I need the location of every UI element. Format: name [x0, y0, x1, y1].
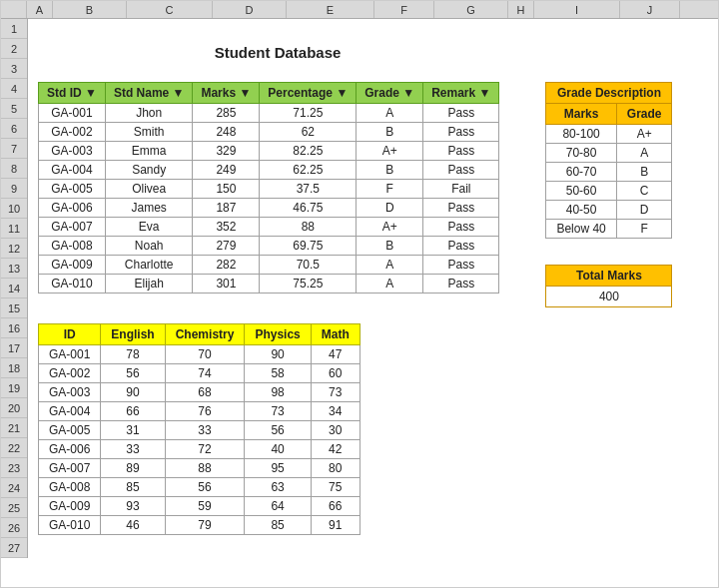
rn-15: 15	[1, 298, 27, 318]
student-cell-5-2: Olivea	[105, 180, 193, 199]
marks-cell-10-3: 79	[165, 516, 245, 535]
student-cell-8-2: Noah	[105, 237, 193, 256]
student-cell-3-6: Pass	[423, 142, 499, 161]
student-cell-8-1: GA-008	[39, 237, 106, 256]
col-header-h: H	[508, 1, 534, 18]
row-1-empty	[38, 22, 708, 42]
student-row-10: GA-010Elijah30175.25APass	[39, 275, 499, 294]
main-tables-row: Std ID ▼ Std Name ▼ Marks ▼ Percentage ▼…	[38, 82, 708, 307]
marks-th-math: Math	[311, 324, 360, 345]
marks-cell-8-1: GA-008	[39, 478, 101, 497]
student-cell-10-1: GA-010	[39, 275, 106, 294]
col-header-e: E	[287, 1, 374, 18]
rn-21: 21	[1, 418, 27, 438]
student-cell-10-3: 301	[193, 275, 260, 294]
marks-cell-2-5: 60	[311, 364, 360, 383]
total-marks-label: Total Marks	[546, 266, 671, 287]
row-2: Student Database	[38, 42, 708, 62]
content-area: Student Database Std ID ▼ Std Name ▼ Mar…	[28, 19, 718, 558]
col-header-j: J	[620, 1, 680, 18]
grade-desc-title: Grade Description	[546, 83, 672, 104]
grid-body: 1 2 3 4 5 6 7 8 9 10 11 12 13 14 15 16 1…	[1, 19, 718, 558]
grade-desc-grade-header: Grade	[616, 104, 672, 125]
marks-cell-1-5: 47	[311, 345, 360, 364]
marks-cell-4-5: 34	[311, 402, 360, 421]
student-cell-8-6: Pass	[423, 237, 499, 256]
marks-cell-5-1: GA-005	[39, 421, 101, 440]
rn-18: 18	[1, 358, 27, 378]
col-header-d: D	[213, 1, 287, 18]
marks-cell-9-2: 93	[101, 497, 165, 516]
total-marks-value: 400	[546, 287, 671, 306]
grade-desc-row-2: 70-80A	[546, 144, 672, 163]
student-row-7: GA-007Eva35288A+Pass	[39, 218, 499, 237]
marks-cell-1-2: 78	[101, 345, 165, 364]
student-cell-6-2: James	[105, 199, 193, 218]
student-cell-1-4: 71.25	[260, 104, 357, 123]
grade-desc-cell-5-1: 40-50	[546, 201, 616, 220]
student-cell-2-3: 248	[193, 123, 260, 142]
grade-desc-row-6: Below 40F	[546, 220, 672, 239]
student-cell-8-3: 279	[193, 237, 260, 256]
marks-row-5: GA-00531335630	[39, 421, 360, 440]
grade-desc-cell-5-2: D	[616, 201, 672, 220]
grade-desc-row-1: 80-100A+	[546, 125, 672, 144]
student-cell-6-3: 187	[193, 199, 260, 218]
rn-6: 6	[1, 119, 27, 139]
row-27-spacer	[38, 535, 708, 547]
student-th-grade: Grade ▼	[357, 83, 423, 104]
grade-desc-wrapper: Grade Description Marks Grade 80-100A+70…	[545, 82, 672, 239]
student-cell-6-4: 46.75	[260, 199, 357, 218]
marks-th-english: English	[101, 324, 165, 345]
student-cell-5-1: GA-005	[39, 180, 106, 199]
student-cell-7-6: Pass	[423, 218, 499, 237]
marks-cell-9-3: 59	[165, 497, 245, 516]
row-3-empty	[38, 62, 708, 82]
col-header-f: F	[374, 1, 434, 18]
student-cell-9-3: 282	[193, 256, 260, 275]
marks-cell-9-5: 66	[311, 497, 360, 516]
marks-cell-7-3: 88	[165, 459, 245, 478]
student-cell-7-4: 88	[260, 218, 357, 237]
rn-24: 24	[1, 478, 27, 498]
grade-desc-cell-4-2: C	[616, 182, 672, 201]
marks-cell-6-1: GA-006	[39, 440, 101, 459]
col-header-g: G	[434, 1, 508, 18]
student-cell-3-4: 82.25	[260, 142, 357, 161]
student-cell-9-5: A	[357, 256, 423, 275]
marks-cell-5-2: 31	[101, 421, 165, 440]
grade-desc-cell-3-1: 60-70	[546, 163, 616, 182]
student-cell-8-4: 69.75	[260, 237, 357, 256]
marks-cell-6-3: 72	[165, 440, 245, 459]
rn-25: 25	[1, 498, 27, 518]
rn-3: 3	[1, 59, 27, 79]
marks-cell-8-2: 85	[101, 478, 165, 497]
marks-row-3: GA-00390689873	[39, 383, 360, 402]
marks-row-10: GA-01046798591	[39, 516, 360, 535]
student-cell-4-4: 62.25	[260, 161, 357, 180]
marks-th-id: ID	[39, 324, 101, 345]
marks-row-7: GA-00789889580	[39, 459, 360, 478]
marks-cell-10-5: 91	[311, 516, 360, 535]
marks-cell-5-5: 30	[311, 421, 360, 440]
marks-cell-3-5: 73	[311, 383, 360, 402]
grade-desc-cell-6-1: Below 40	[546, 220, 616, 239]
student-cell-1-6: Pass	[423, 104, 499, 123]
total-marks-box: Total Marks 400	[545, 265, 672, 307]
student-cell-3-5: A+	[357, 142, 423, 161]
student-cell-3-3: 329	[193, 142, 260, 161]
marks-row-9: GA-00993596466	[39, 497, 360, 516]
rn-10: 10	[1, 199, 27, 219]
student-row-9: GA-009Charlotte28270.5APass	[39, 256, 499, 275]
student-cell-4-3: 249	[193, 161, 260, 180]
marks-cell-9-4: 64	[245, 497, 311, 516]
student-cell-3-1: GA-003	[39, 142, 106, 161]
grade-desc-cell-2-1: 70-80	[546, 144, 616, 163]
student-cell-2-1: GA-002	[39, 123, 106, 142]
marks-cell-5-3: 33	[165, 421, 245, 440]
spreadsheet-container: A B C D E F G H I J 1 2 3 4 5 6 7 8 9 10…	[0, 0, 719, 588]
grade-desc-cell-4-1: 50-60	[546, 182, 616, 201]
student-row-8: GA-008Noah27969.75BPass	[39, 237, 499, 256]
student-cell-2-2: Smith	[105, 123, 193, 142]
student-th-percentage: Percentage ▼	[260, 83, 357, 104]
